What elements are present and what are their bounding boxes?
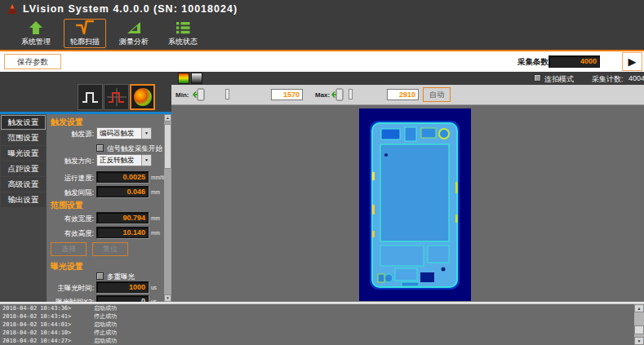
trigger-section-header: 触发设置 <box>51 117 83 128</box>
dropdown-arrow-icon: ▼ <box>141 128 151 139</box>
phone-heatmap-image <box>359 108 471 301</box>
red-pulse-crosshair-icon <box>107 88 127 106</box>
log-row[interactable]: 2018-04-02 10:43:36>启动成功 <box>0 304 634 312</box>
scroll-up-button[interactable]: ▲ <box>164 114 171 122</box>
viewer-top-strip: 连拍模式 采集计数: 4004 <box>171 72 644 85</box>
pulse-mode-button[interactable] <box>78 84 103 110</box>
log-row[interactable]: 2018-04-02 10:43:41>停止成功 <box>0 312 634 321</box>
sidebar-item-advanced[interactable]: 高级设置 <box>1 177 46 192</box>
run-speed-unit: mm/tick <box>151 175 164 180</box>
left-panel: 触发设置 范围设置 曝光设置 点距设置 高级设置 输出设置 触发设置 触发源: … <box>0 72 171 302</box>
capture-count-label: 采集条数: <box>517 57 551 68</box>
signal-trigger-checkbox[interactable] <box>96 144 104 152</box>
scan-image-viewport[interactable] <box>171 105 644 302</box>
toolbar-item-system-status[interactable]: 系统状态 <box>162 19 204 48</box>
log-message: 启动成功 <box>94 321 117 329</box>
log-time: 2018-04-02 10:44:27> <box>2 338 94 344</box>
sidebar-item-range[interactable]: 范围设置 <box>1 130 46 145</box>
trigger-direction-dropdown[interactable]: 正反转触发 ▼ <box>96 154 152 166</box>
settings-sidebar: 触发设置 范围设置 曝光设置 点距设置 高级设置 输出设置 <box>0 114 47 302</box>
range-section-header: 范围设置 <box>51 200 83 211</box>
main-exposure-time-input[interactable]: 1000 <box>96 281 149 293</box>
color-sphere-mode-button[interactable] <box>130 84 155 110</box>
min-label: Min: <box>175 91 189 99</box>
toolbar-item-profile-scan[interactable]: 轮廓扫描 <box>64 19 106 48</box>
log-time: 2018-04-02 10:43:41> <box>2 313 94 320</box>
range-select-button[interactable]: 选择 <box>51 242 87 256</box>
scrollbar-thumb[interactable] <box>634 325 644 334</box>
log-message: 启动成功 <box>94 337 117 345</box>
log-message: 启动成功 <box>94 304 117 312</box>
toolbar-item-measure-analysis[interactable]: 测量分析 <box>113 19 155 48</box>
min-value-input[interactable]: 1570 <box>271 89 303 100</box>
toolbar-item-system-manage[interactable]: 系统管理 <box>15 19 57 48</box>
pulse-crosshair-mode-button[interactable] <box>104 84 129 110</box>
waveform-mode-bar <box>0 72 171 112</box>
max-label: Max: <box>315 91 330 99</box>
auto-level-button[interactable]: 自动 <box>423 87 451 102</box>
trigger-direction-value: 正反转触发 <box>100 156 135 164</box>
toolbar-item-label: 系统状态 <box>168 37 198 47</box>
log-message: 停止成功 <box>94 312 117 321</box>
valid-width-input[interactable]: 90.794 <box>96 212 149 223</box>
sidebar-item-trigger[interactable]: 触发设置 <box>1 115 46 130</box>
run-speed-input[interactable]: 0.0025 <box>96 171 149 183</box>
capture-count-input[interactable]: 4000 <box>549 55 600 68</box>
log-time: 2018-04-02 10:44:01> <box>2 321 94 328</box>
valid-width-unit: mm <box>151 215 160 221</box>
white-pulse-icon <box>81 88 100 106</box>
scrollbar-thumb[interactable] <box>164 124 171 169</box>
burst-mode-label: 连拍模式 <box>544 74 574 85</box>
grayscale-palette-button[interactable] <box>191 73 202 84</box>
valid-height-label: 有效高度: <box>47 229 94 239</box>
scroll-down-button[interactable]: ▼ <box>164 294 171 302</box>
toolbar-item-label: 测量分析 <box>119 37 149 47</box>
title-bar: LVision System 4.0.0.0 (SN: 10018024) <box>0 0 644 18</box>
settings-panel: 触发设置 触发源: 编码器触发 ▼ 信号触发采集开始 触发方向: 正反转触发 ▼… <box>47 114 164 302</box>
valid-height-input[interactable]: 10.140 <box>96 227 149 238</box>
valid-width-label: 有效宽度: <box>47 215 94 224</box>
exposure-time2-input[interactable]: 0 <box>96 295 149 302</box>
max-level-slider-icon[interactable] <box>331 88 344 101</box>
range-reset-button[interactable]: 复位 <box>92 242 128 256</box>
level-control-bar: Min: 1570 Max: 2910 自动 <box>171 85 644 105</box>
home-arrow-icon <box>28 20 44 36</box>
max-slider-thumb[interactable] <box>349 89 353 100</box>
max-value-input[interactable]: 2910 <box>387 89 419 100</box>
main-toolbar: 系统管理 轮廓扫描 测量分析 系统状态 <box>0 18 644 50</box>
toolbar-item-label: 系统管理 <box>21 37 51 47</box>
min-level-slider-icon[interactable] <box>193 88 205 101</box>
valid-height-unit: mm <box>151 230 160 236</box>
rainbow-palette-button[interactable] <box>178 73 189 84</box>
trigger-interval-unit: mm <box>151 189 160 195</box>
multi-exposure-checkbox[interactable] <box>96 272 104 280</box>
trigger-interval-label: 触发间隔: <box>47 188 94 198</box>
log-time: 2018-04-02 10:43:36> <box>2 305 94 312</box>
run-speed-label: 运行速度: <box>47 174 94 184</box>
capture-counter-label: 采集计数: <box>592 74 624 85</box>
log-row[interactable]: 2018-04-02 10:44:01>启动成功 <box>0 321 634 329</box>
triangle-ruler-icon <box>126 20 142 36</box>
start-acquisition-button[interactable]: ▶ <box>622 52 642 71</box>
trigger-direction-label: 触发方向: <box>47 157 94 166</box>
list-status-icon <box>175 20 191 36</box>
scroll-up-button[interactable]: ▲ <box>634 304 644 312</box>
sidebar-item-output[interactable]: 输出设置 <box>1 192 46 207</box>
trigger-source-value: 编码器触发 <box>100 129 135 137</box>
window-title: LVision System 4.0.0.0 (SN: 10018024) <box>23 0 238 18</box>
sidebar-item-exposure[interactable]: 曝光设置 <box>1 146 46 161</box>
exposure-section-header: 曝光设置 <box>51 261 83 272</box>
save-params-button[interactable]: 保存参数 <box>4 54 61 69</box>
trigger-interval-input[interactable]: 0.046 <box>96 186 149 197</box>
trigger-source-label: 触发源: <box>47 130 94 139</box>
min-slider-thumb[interactable] <box>225 89 229 100</box>
scroll-down-button[interactable]: ▼ <box>634 337 644 345</box>
burst-mode-checkbox[interactable] <box>534 74 541 82</box>
app-window: LVision System 4.0.0.0 (SN: 10018024) 系统… <box>0 0 644 345</box>
trigger-source-dropdown[interactable]: 编码器触发 ▼ <box>96 127 152 139</box>
sidebar-item-point-distance[interactable]: 点距设置 <box>1 161 46 176</box>
settings-scrollbar[interactable]: ▲ ▼ <box>164 114 171 302</box>
log-row[interactable]: 2018-04-02 10:44:27>启动成功 <box>0 337 634 345</box>
log-row[interactable]: 2018-04-02 10:44:10>停止成功 <box>0 329 634 337</box>
log-scrollbar[interactable]: ▲ ▼ <box>634 304 644 345</box>
